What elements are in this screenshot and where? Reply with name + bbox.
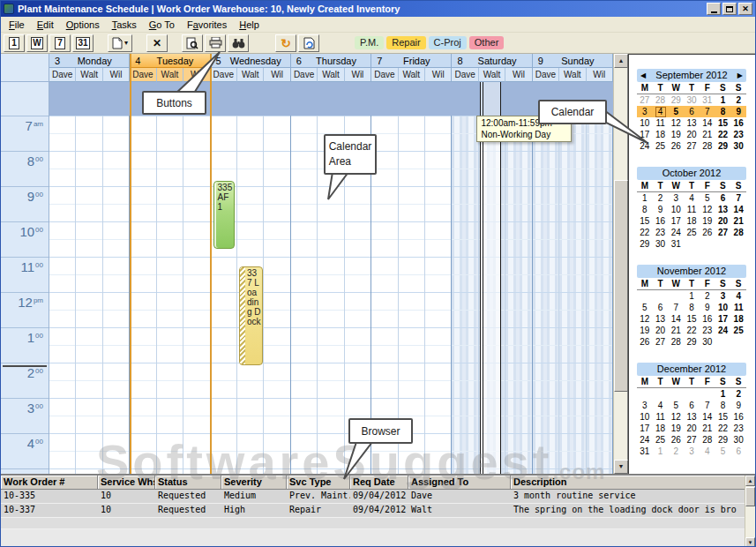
- mini-calendar-day[interactable]: 29: [637, 238, 653, 250]
- mini-calendar-day[interactable]: 13: [653, 313, 669, 325]
- browser-row-10-335[interactable]: 10-33510RequestedMediumPrev. Maint.09/04…: [1, 490, 746, 504]
- person-header-thursday-dave[interactable]: Dave: [291, 68, 318, 82]
- person-header-sunday-dave[interactable]: Dave: [533, 68, 559, 82]
- mini-calendar-day[interactable]: 6: [730, 446, 746, 457]
- mini-calendar-day[interactable]: 11: [653, 117, 669, 129]
- mini-calendar-day[interactable]: 19: [637, 325, 653, 336]
- next-month-icon[interactable]: ▶: [737, 69, 743, 82]
- delete-button[interactable]: ✕: [146, 34, 168, 52]
- browser-scroll-down-button[interactable]: ▼: [745, 537, 755, 547]
- mini-calendar-day[interactable]: 23: [653, 227, 669, 238]
- mini-calendar-day[interactable]: 27: [637, 94, 653, 106]
- mini-calendar-day[interactable]: 4: [684, 192, 700, 204]
- mini-calendar-day[interactable]: 18: [730, 313, 746, 325]
- mini-calendar-day[interactable]: 4: [653, 106, 669, 117]
- mini-calendar-day[interactable]: 23: [730, 129, 746, 140]
- mini-calendar-day[interactable]: 8: [715, 106, 731, 117]
- day-header-monday[interactable]: 3Monday: [49, 54, 130, 68]
- mini-calendar-day[interactable]: 1: [653, 446, 669, 457]
- schedule-cell-tuesday-walt[interactable]: [157, 82, 183, 474]
- mini-calendar-day[interactable]: 16: [730, 411, 746, 423]
- menu-tasks[interactable]: Tasks: [106, 19, 143, 30]
- mini-calendar-day[interactable]: 20: [653, 325, 669, 336]
- mini-calendar-day[interactable]: 12: [700, 204, 715, 215]
- mini-calendar-day[interactable]: 6: [684, 400, 700, 411]
- mini-calendar-day[interactable]: 15: [684, 313, 700, 325]
- menu-favorites[interactable]: Favorites: [181, 19, 233, 30]
- mini-calendar-day[interactable]: 29: [715, 434, 731, 446]
- mini-calendar-day[interactable]: 11: [730, 302, 746, 313]
- mini-calendar-day[interactable]: 18: [653, 129, 669, 140]
- work-week-view-button[interactable]: W: [26, 34, 48, 52]
- mini-calendar-day[interactable]: 24: [715, 325, 731, 336]
- mini-calendar-day[interactable]: 21: [700, 129, 715, 140]
- mini-calendar-day[interactable]: 4: [700, 446, 715, 457]
- mini-calendar-day[interactable]: 12: [668, 411, 684, 423]
- mini-calendar-day[interactable]: 28: [700, 434, 715, 446]
- mini-calendar-day[interactable]: 5: [700, 192, 715, 204]
- browser-scrollbar-thumb[interactable]: [745, 487, 755, 506]
- scroll-down-button[interactable]: ▼: [614, 460, 628, 474]
- mini-calendar-day[interactable]: 6: [653, 302, 669, 313]
- mini-calendar-day[interactable]: 12: [668, 117, 684, 129]
- column-header-assigned-to[interactable]: Assigned To: [408, 476, 511, 490]
- mini-calendar-day[interactable]: 6: [684, 106, 700, 117]
- mini-calendar-day[interactable]: 7: [700, 106, 715, 117]
- menu-file[interactable]: File: [3, 19, 31, 30]
- mini-calendar-day[interactable]: 25: [653, 434, 669, 446]
- mini-calendar-day[interactable]: 17: [715, 313, 731, 325]
- mini-calendar-day[interactable]: 21: [700, 423, 715, 434]
- mini-calendar-day[interactable]: 28: [730, 227, 746, 238]
- mini-calendar-day[interactable]: 16: [653, 215, 669, 227]
- day-header-thursday[interactable]: 6Thursday: [291, 54, 371, 68]
- mini-calendar-day[interactable]: 24: [637, 140, 653, 152]
- person-header-friday-walt[interactable]: Walt: [399, 68, 425, 82]
- mini-calendar-day[interactable]: 8: [715, 400, 731, 411]
- mini-calendar-day[interactable]: 24: [668, 227, 684, 238]
- column-header-svc-type[interactable]: Svc Type: [287, 476, 350, 490]
- mini-calendar-day[interactable]: 8: [637, 204, 653, 215]
- schedule-cell-friday-dave[interactable]: [371, 82, 398, 474]
- person-header-wednesday-wil[interactable]: Wil: [264, 68, 289, 82]
- browser-scrollbar[interactable]: ▲ ▼: [745, 476, 755, 547]
- day-header-saturday[interactable]: 8Saturday: [452, 54, 532, 68]
- mini-calendar-day[interactable]: 24: [637, 434, 653, 446]
- person-header-sunday-walt[interactable]: Walt: [559, 68, 586, 82]
- schedule-cell-friday-walt[interactable]: [399, 82, 425, 474]
- scrollbar-thumb[interactable]: [614, 180, 628, 392]
- maximize-button[interactable]: [722, 3, 737, 15]
- day-header-wednesday[interactable]: 5Wednesday: [211, 54, 291, 68]
- person-header-friday-dave[interactable]: Dave: [371, 68, 398, 82]
- event-337[interactable]: 337 Loading Dock: [239, 266, 263, 365]
- mini-calendar-day[interactable]: 5: [668, 106, 684, 117]
- mini-calendar-day[interactable]: 26: [700, 227, 715, 238]
- mini-calendar-day[interactable]: 5: [668, 400, 684, 411]
- mini-calendar-day[interactable]: 25: [653, 140, 669, 152]
- mini-calendar-day[interactable]: 29: [715, 140, 731, 152]
- schedule-cell-monday-dave[interactable]: [49, 82, 76, 474]
- mini-calendar-day[interactable]: 7: [730, 192, 746, 204]
- mini-calendar-day[interactable]: 3: [637, 106, 653, 117]
- schedule-cell-monday-wil[interactable]: [103, 82, 129, 474]
- event-335[interactable]: 335 AF1: [213, 181, 235, 249]
- print-preview-button[interactable]: [182, 34, 203, 52]
- calendar-scrollbar[interactable]: ▲ ▼: [613, 54, 627, 474]
- mini-calendar-day[interactable]: 2: [730, 388, 746, 400]
- mini-calendar-day[interactable]: 1: [684, 290, 700, 302]
- mini-calendar-day[interactable]: 17: [637, 129, 653, 140]
- column-header-status[interactable]: Status: [155, 476, 221, 490]
- refresh-button[interactable]: ↻: [275, 34, 296, 52]
- mini-calendar-day[interactable]: 15: [715, 411, 731, 423]
- schedule-cell-saturday-dave[interactable]: [452, 82, 478, 474]
- mini-calendar-day[interactable]: 29: [668, 94, 684, 106]
- mini-calendar-day[interactable]: 4: [653, 400, 669, 411]
- minimize-button[interactable]: [707, 3, 721, 15]
- mini-calendar-day[interactable]: 3: [684, 446, 700, 457]
- prev-month-icon[interactable]: ◀: [640, 69, 646, 82]
- mini-calendar-day[interactable]: 27: [715, 227, 731, 238]
- person-header-friday-wil[interactable]: Wil: [425, 68, 451, 82]
- mini-calendar-day[interactable]: 25: [730, 325, 746, 336]
- person-header-sunday-wil[interactable]: Wil: [587, 68, 612, 82]
- mini-calendar-day[interactable]: 19: [700, 215, 715, 227]
- mini-calendar-day[interactable]: 11: [653, 411, 669, 423]
